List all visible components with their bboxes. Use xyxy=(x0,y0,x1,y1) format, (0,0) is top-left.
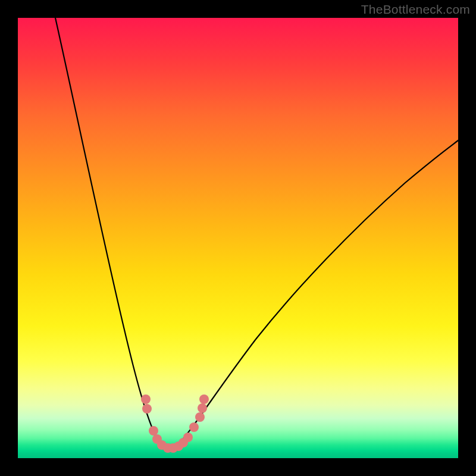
svg-point-9 xyxy=(183,433,193,442)
svg-point-0 xyxy=(141,394,151,404)
svg-point-1 xyxy=(142,404,152,414)
curve-overlay xyxy=(18,18,458,458)
svg-point-12 xyxy=(198,403,207,413)
svg-point-13 xyxy=(199,394,209,404)
bottleneck-curve xyxy=(55,18,458,448)
highlight-dots xyxy=(141,394,209,453)
plot-area xyxy=(18,18,458,458)
watermark-text: TheBottleneck.com xyxy=(361,2,470,17)
svg-point-11 xyxy=(195,412,205,422)
svg-point-2 xyxy=(149,426,158,436)
chart-frame: TheBottleneck.com xyxy=(0,0,476,476)
svg-point-10 xyxy=(189,422,199,432)
